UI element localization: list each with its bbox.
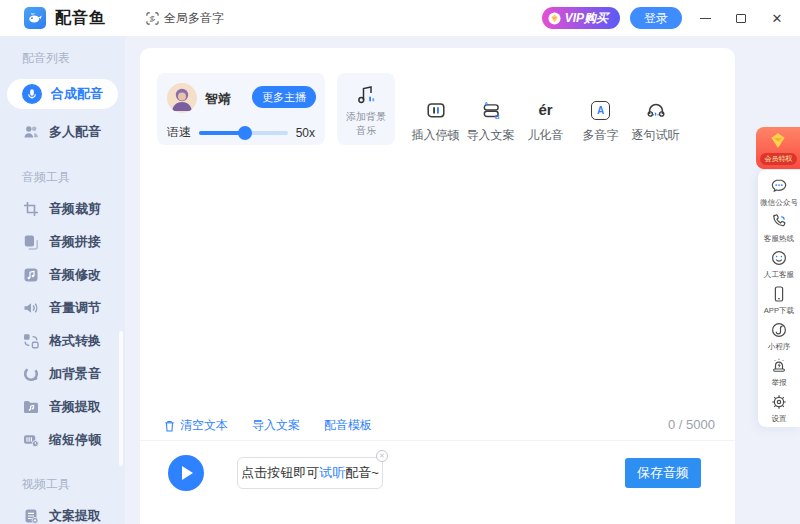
listen-tip-bubble: 点击按钮即可试听配音~	[237, 457, 383, 489]
rail-label: 设置	[771, 413, 786, 423]
text-input-area[interactable]	[140, 158, 735, 413]
voice-name: 智靖	[205, 90, 231, 108]
sidebar-scrollbar[interactable]	[119, 331, 123, 466]
voice-card: 智靖 更多主播 语速 50x	[157, 73, 325, 145]
rail-label: APP下载	[764, 305, 794, 315]
gem-icon	[767, 130, 789, 152]
vip-purchase-button[interactable]: VIP购买	[542, 7, 620, 29]
sidebar-item-add-background-sound[interactable]: 加背景音	[7, 363, 118, 384]
tip-listen-link[interactable]: 试听	[319, 464, 345, 482]
playbar-divider	[140, 440, 735, 441]
voice-template-link[interactable]: 配音模板	[324, 417, 372, 434]
gear-icon	[770, 393, 788, 411]
maximize-icon	[736, 14, 746, 23]
sidebar-item-label: 音频修改	[49, 266, 101, 284]
import-text-link[interactable]: 导入文案	[252, 417, 300, 434]
sidebar-item-volume-adjust[interactable]: 音量调节	[7, 297, 118, 318]
character-counter: 0 / 5000	[668, 417, 715, 432]
app-download-button[interactable]: APP下载	[763, 285, 795, 316]
add-background-music-label: 添加背景音乐	[344, 110, 388, 137]
sidebar-item-format-convert[interactable]: 格式转换	[7, 330, 118, 351]
add-background-music-button[interactable]: 添加背景音乐	[337, 73, 395, 145]
microphone-icon	[22, 84, 42, 104]
phone-icon	[770, 213, 788, 231]
settings-button[interactable]: 设置	[770, 393, 788, 424]
wechat-official-button[interactable]: 微信公众号	[759, 177, 799, 208]
global-polyphone-label: 全局多音字	[164, 10, 224, 27]
music-note-square-icon	[22, 266, 40, 284]
clear-text-button[interactable]: 清空文本	[163, 417, 228, 434]
global-polyphone-button[interactable]: 多 全局多音字	[146, 10, 224, 27]
polyphone-a-icon: A	[591, 101, 610, 120]
member-privilege-badge[interactable]: 会员特权	[756, 127, 800, 169]
folder-music-icon	[22, 398, 40, 416]
erhua-icon: ér	[538, 100, 552, 120]
report-button[interactable]: 举报	[770, 357, 788, 388]
section-header-video-tools: 视频工具	[22, 476, 125, 493]
miniprogram-icon	[770, 321, 788, 339]
minimize-button[interactable]	[692, 5, 718, 31]
sidebar-item-text-extract[interactable]: 文案提取	[7, 505, 118, 524]
login-button[interactable]: 登录	[630, 7, 682, 29]
tool-label: 导入文案	[467, 127, 515, 144]
play-icon	[182, 466, 193, 480]
import-text-button[interactable]: AB 导入文案	[463, 73, 518, 145]
siren-icon	[770, 357, 788, 375]
sidebar-item-synthesize-voice[interactable]: 合成配音	[7, 79, 118, 109]
close-button[interactable]: ✕	[764, 5, 790, 31]
play-button[interactable]	[168, 455, 204, 491]
speed-slider[interactable]	[199, 131, 288, 135]
sidebar-item-shorten-pause[interactable]: 缩短停顿	[7, 429, 118, 450]
human-support-button[interactable]: 人工客服	[763, 249, 795, 280]
sidebar-item-label: 音频提取	[49, 398, 101, 416]
section-header-audio-tools: 音频工具	[22, 169, 125, 186]
convert-arrows-icon	[22, 332, 40, 350]
svg-text:A: A	[483, 100, 488, 107]
miniprogram-button[interactable]: 小程序	[767, 321, 791, 352]
circle-sound-icon	[22, 365, 40, 383]
polyphone-button[interactable]: A 多音字	[573, 73, 628, 145]
listen-sentence-button[interactable]: 逐句试听	[628, 73, 683, 145]
maximize-button[interactable]	[728, 5, 754, 31]
sidebar-item-label: 音频拼接	[49, 233, 101, 251]
titlebar: 配音鱼 多 全局多音字 VIP购买 登录 ✕	[0, 0, 800, 36]
sidebar-item-label: 格式转换	[49, 332, 101, 350]
sidebar-item-label: 多人配音	[49, 123, 101, 141]
app-logo-fish-icon	[24, 7, 46, 29]
document-icon	[22, 507, 40, 524]
sidebar-item-audio-modify[interactable]: 音频修改	[7, 264, 118, 285]
rail-label: 举报	[771, 377, 786, 387]
sidebar-item-label: 音频裁剪	[49, 200, 101, 218]
speed-slider-handle[interactable]	[238, 126, 252, 140]
sidebar-item-label: 音量调节	[49, 299, 101, 317]
tip-close-icon[interactable]: ✕	[376, 450, 388, 462]
sidebar-item-audio-splice[interactable]: 音频拼接	[7, 231, 118, 252]
sidebar-item-label: 文案提取	[49, 507, 101, 524]
voice-avatar[interactable]	[167, 83, 197, 113]
speed-value: 50x	[296, 126, 315, 140]
sidebar-item-audio-extract[interactable]: 音频提取	[7, 396, 118, 417]
smartphone-icon	[770, 285, 788, 303]
clear-text-label: 清空文本	[180, 417, 228, 434]
sidebar-item-label: 合成配音	[51, 85, 103, 103]
crop-icon	[22, 200, 40, 218]
tool-label: 逐句试听	[632, 127, 680, 144]
sidebar-item-multi-person-voice[interactable]: 多人配音	[7, 121, 118, 142]
tool-label: 多音字	[583, 127, 619, 144]
erhua-button[interactable]: ér 儿化音	[518, 73, 573, 145]
sidebar-item-audio-crop[interactable]: 音频裁剪	[7, 198, 118, 219]
hotline-button[interactable]: 客服热线	[763, 213, 795, 244]
svg-text:多: 多	[149, 14, 156, 21]
speaker-icon	[22, 299, 40, 317]
polyphone-brackets-icon: 多	[146, 12, 159, 25]
save-audio-button[interactable]: 保存音频	[625, 458, 701, 488]
left-sidebar: 配音列表 合成配音 多人配音 音频工具 音频裁剪 音频拼接 音频修改	[0, 36, 125, 524]
more-anchors-button[interactable]: 更多主播	[252, 86, 316, 108]
sidebar-item-label: 加背景音	[49, 365, 101, 383]
waveform-clock-icon	[22, 431, 40, 449]
smiley-face-icon	[770, 249, 788, 267]
insert-pause-button[interactable]: 插入停顿	[408, 73, 463, 145]
rail-label: 小程序	[768, 341, 791, 351]
sidebar-item-label: 缩短停顿	[49, 431, 101, 449]
pause-icon	[426, 100, 446, 120]
